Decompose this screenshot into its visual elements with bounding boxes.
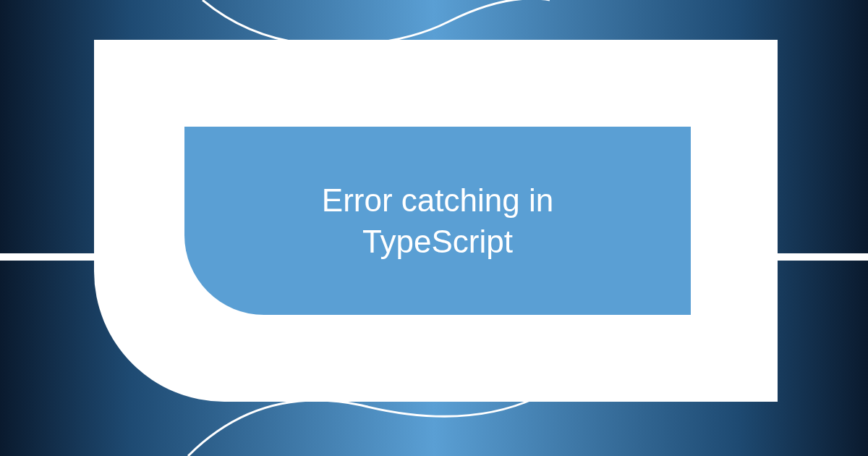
- card-title: Error catching in TypeScript: [264, 180, 611, 262]
- inner-blue-card: Error catching in TypeScript: [184, 127, 691, 315]
